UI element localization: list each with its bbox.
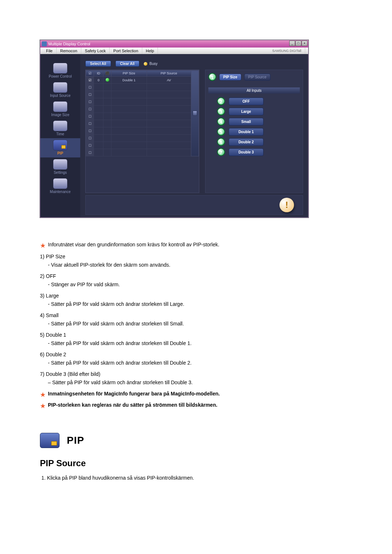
star-icon: ★ [40, 390, 46, 400]
maintenance-icon [53, 178, 68, 189]
window-title: Multiple Display Control [48, 42, 90, 46]
option-small[interactable]: Small [229, 118, 264, 126]
pip-section-icon [40, 433, 60, 448]
table-row[interactable]: ☐ [86, 142, 199, 149]
menu-file[interactable]: File [42, 48, 57, 54]
option-large[interactable]: Large [229, 108, 264, 115]
option-double2[interactable]: Double 2 [229, 138, 264, 146]
scrollbar[interactable] [191, 70, 199, 156]
note-1: Inmatningsenheten för MagicInfo fungerar… [48, 390, 220, 400]
list-item: 2) OFF - Stänger av PIP för vald skärm. [40, 272, 370, 288]
app-icon [42, 41, 47, 46]
image-size-icon [53, 101, 68, 112]
sidebar-settings[interactable]: Settings [40, 157, 80, 177]
table-row[interactable]: ☐ [86, 106, 199, 113]
option-double1[interactable]: Double 1 [229, 128, 264, 136]
callout-7: 7 [217, 148, 225, 156]
sidebar-input-source[interactable]: Input Source [40, 81, 80, 100]
option-off[interactable]: OFF [229, 98, 264, 105]
table-row[interactable]: ☐ [86, 113, 199, 120]
sidebar-image-size[interactable]: Image Size [40, 100, 80, 119]
menu-remocon[interactable]: Remocon [57, 48, 81, 54]
table-row[interactable]: ☐ [86, 98, 199, 106]
pip-icon [53, 140, 68, 151]
table-row[interactable]: ☐ [86, 120, 199, 127]
brand-label: SAMSUNG DIGITall [269, 48, 305, 54]
warning-icon [279, 198, 294, 212]
list-item: 1) PIP Size - Visar aktuell PIP-storlek … [40, 253, 370, 269]
table-row[interactable]: ☑ 0 Double 1 AV [86, 77, 199, 84]
busy-label: Busy [150, 62, 158, 66]
list-item: 4) Small - Sätter på PIP för vald skärm … [40, 312, 370, 328]
status-ok-icon [106, 78, 109, 82]
intro-text: Inforutnätet visar den grundinformation … [48, 241, 219, 251]
table-row[interactable]: ☐ [86, 84, 199, 91]
note-2: PIP-storleken kan regleras när du sätter… [48, 401, 217, 411]
busy-indicator-icon [144, 62, 147, 66]
sidebar-time[interactable]: Time [40, 119, 80, 138]
status-bar [85, 195, 303, 215]
col-pip-source[interactable]: PIP Source [147, 70, 191, 77]
section-all-inputs: All Inputs [208, 87, 300, 94]
title-bar[interactable]: Multiple Display Control _ □ × [40, 40, 308, 48]
option-double3[interactable]: Double 3 [229, 148, 264, 156]
numbered-list: 1) PIP Size - Visar aktuell PIP-storlek … [40, 253, 370, 386]
pip-subheading: PIP Source [40, 457, 370, 470]
power-icon [53, 63, 68, 74]
sidebar-power-control[interactable]: Power Control [40, 61, 80, 81]
settings-icon [53, 159, 68, 170]
pip-size-button[interactable]: PIP Size [219, 74, 241, 81]
list-item: 3) Large - Sätter på PIP för vald skärm … [40, 292, 370, 308]
table-row[interactable]: ☐ [86, 127, 199, 135]
select-all-button[interactable]: Select All [85, 61, 111, 67]
col-checkbox[interactable]: ☑ [86, 70, 94, 77]
pip-source-instruction: 1. Klicka på PIP bland huvudikonerna så … [41, 474, 370, 482]
sidebar-pip[interactable]: PIP [40, 138, 80, 157]
callout-5: 5 [217, 128, 225, 136]
pip-heading: PIP [67, 433, 84, 448]
pip-panel: 1 PIP Size PIP Source All Inputs 2 OFF 3… [205, 70, 303, 193]
table-row[interactable]: ☐ [86, 91, 199, 98]
app-window: Multiple Display Control _ □ × File Remo… [40, 40, 309, 218]
menu-help[interactable]: Help [142, 48, 158, 54]
close-button[interactable]: × [302, 41, 307, 46]
callout-2: 2 [217, 97, 225, 105]
list-item: 5) Double 1 - Sätter på PIP för vald skä… [40, 331, 370, 347]
star-icon: ★ [40, 241, 46, 251]
clear-all-button[interactable]: Clear All [115, 61, 139, 67]
callout-1: 1 [208, 73, 216, 81]
menu-port-selection[interactable]: Port Selection [110, 48, 142, 54]
callout-6: 6 [217, 138, 225, 146]
col-status-icon[interactable]: ⬛ [103, 70, 111, 77]
list-item: 7) Double 3 (Bild efter bild) – Sätter p… [40, 370, 370, 386]
sidebar-maintenance[interactable]: Maintenance [40, 177, 80, 196]
time-icon [53, 120, 68, 131]
table-row[interactable]: ☐ [86, 135, 199, 142]
menu-bar: File Remocon Safety Lock Port Selection … [40, 48, 308, 54]
callout-4: 4 [217, 118, 225, 126]
minimize-button[interactable]: _ [289, 41, 295, 46]
menu-safety-lock[interactable]: Safety Lock [81, 48, 110, 54]
callout-3: 3 [217, 107, 225, 115]
toolbar: Select All Clear All Busy [85, 61, 303, 67]
sidebar: Power Control Input Source Image Size Ti… [40, 54, 80, 217]
input-source-icon [53, 82, 68, 93]
table-row[interactable]: ☐ [86, 149, 199, 156]
star-icon: ★ [40, 401, 46, 411]
list-item: 6) Double 2 - Sätter på PIP för vald skä… [40, 351, 370, 367]
col-pip-size[interactable]: PIP Size [111, 70, 147, 77]
pip-source-button[interactable]: PIP Source [244, 74, 270, 81]
data-table: ☑ ID ⬛ PIP Size PIP Source ☑ 0 [85, 70, 199, 193]
col-id[interactable]: ID [94, 70, 103, 77]
window-controls: _ □ × [289, 41, 307, 46]
maximize-button[interactable]: □ [295, 41, 301, 46]
